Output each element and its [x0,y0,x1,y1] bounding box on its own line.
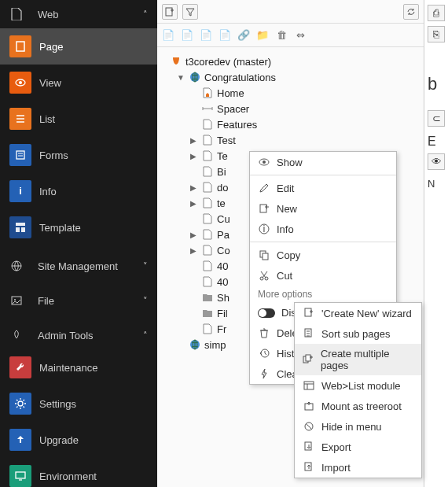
sidebar-item-label: View [39,77,148,89]
tree-toggle[interactable]: ▼ [176,73,185,82]
cropped-text: N [428,178,445,190]
export-icon [303,441,315,453]
list-icon [9,108,31,130]
spacer-icon [201,102,214,115]
tree-toggle[interactable]: ▶ [189,183,198,192]
eye-icon [258,156,270,168]
sidebar-item-list[interactable]: List [0,101,157,137]
tree-toggle[interactable]: ▶ [189,136,198,145]
context-menu-item[interactable]: Create multiple pages [295,344,421,375]
cropped-button[interactable]: ⊂ [428,110,445,127]
page-icon [201,165,214,178]
page-icon [201,149,214,162]
sidebar-group-file[interactable]: File ˅ [0,286,157,315]
context-menu-item[interactable]: Hide in menu [295,416,421,437]
tree-label: Home [217,87,244,99]
page-icon [201,212,214,225]
trash-icon[interactable]: 🗑 [275,29,288,42]
cropped-button[interactable]: ⎘ [428,26,445,42]
context-menu-item[interactable]: iInfo [250,219,396,239]
svg-point-10 [14,299,16,301]
tree-node[interactable]: Spacer [167,101,420,116]
folder-icon [201,291,214,304]
sidebar-group-label: Web [38,9,143,20]
context-menu-item[interactable]: Mount as treeroot [295,396,421,416]
sidebar-group-web[interactable]: Web ˄ [0,0,157,28]
tree-toggle[interactable]: ▶ [189,199,198,208]
tree-toggle[interactable]: ▶ [189,152,198,160]
forms-icon [9,144,31,166]
context-menu-item[interactable]: Web>List module [295,375,421,396]
sidebar-item-label: Settings [39,398,148,410]
tree-node[interactable]: Home [167,85,420,101]
module-sidebar: Web ˄ Page View List Forms i Info Templa… [0,0,157,487]
context-menu-item[interactable]: Cut [250,265,396,286]
tree-node[interactable]: Features [167,116,420,132]
context-menu-item[interactable]: Copy [250,245,396,265]
sidebar-item-environment[interactable]: Environment [0,458,157,487]
sidebar-item-info[interactable]: i Info [0,173,157,209]
sidebar-item-maintenance[interactable]: Maintenance [0,349,157,386]
context-menu-item[interactable]: Export [295,437,421,457]
svg-rect-31 [306,355,310,361]
cut-icon [258,269,270,282]
tree-toolbar [157,0,424,24]
doc-icon[interactable]: 📄 [162,29,174,42]
doc-link-icon[interactable]: 📄 [200,29,212,42]
svg-point-11 [18,401,23,406]
sidebar-group-site-management[interactable]: Site Management ˅ [0,252,157,280]
new-page-button[interactable] [162,4,178,20]
tree-node[interactable]: ▶Test [167,132,420,148]
list-icon [303,379,315,392]
image-icon [9,293,24,308]
sidebar-item-template[interactable]: Template [0,209,157,245]
sidebar-item-upgrade[interactable]: Upgrade [0,422,157,458]
svg-rect-20 [260,205,266,212]
filter-button[interactable] [182,4,198,20]
refresh-button[interactable] [403,4,419,20]
trash-icon [258,327,270,339]
link-icon[interactable]: 🔗 [237,29,250,42]
info-icon: i [9,180,31,202]
folder-icon [201,307,214,319]
context-menu-item[interactable]: New [250,198,396,219]
page-icon [201,228,214,241]
tree-toggle[interactable]: ▶ [189,231,198,239]
doc-new-icon[interactable]: 📄 [218,29,231,42]
sidebar-item-settings[interactable]: Settings [0,386,157,422]
tree-label: t3coredev (master) [185,56,271,68]
divider-icon[interactable]: ⇔ [294,29,307,42]
svg-text:i: i [263,223,266,234]
tree-node[interactable]: ▼Congratulations [167,69,420,85]
context-menu-label: Import [321,462,351,474]
context-menu-item[interactable]: Show [250,152,396,172]
tree-root[interactable]: t3coredev (master) [167,53,420,69]
context-menu-item[interactable]: 'Create New' wizard [295,303,421,323]
tree-label: te [217,197,226,209]
context-menu-label: Cut [277,270,292,282]
cropped-button[interactable]: ⎙ [428,5,445,21]
hide-icon [303,420,315,433]
context-menu-label: Hide in menu [321,421,382,433]
context-menu-item[interactable]: Edit [250,178,396,198]
cropped-button[interactable]: 👁 [428,153,445,170]
tree-label: 40 [217,260,228,272]
tree-toggle[interactable]: ▶ [189,246,198,255]
globe-icon [189,71,201,83]
monitor-icon [9,465,31,487]
sidebar-group-admin-tools[interactable]: Admin Tools ˄ [0,321,157,349]
context-menu-item[interactable]: Import [295,457,421,478]
context-menu-item[interactable]: Sort sub pages [295,323,421,344]
sidebar-item-label: Page [39,41,148,53]
page-home-icon [201,87,214,99]
tree-label: Te [217,150,228,162]
sidebar-item-forms[interactable]: Forms [0,137,157,173]
chevron-up-icon: ˄ [143,330,148,341]
context-submenu: 'Create New' wizardSort sub pagesCreate … [294,302,422,478]
doc-shortcut-icon[interactable]: 📄 [181,29,193,42]
folder-icon[interactable]: 📁 [256,29,269,42]
wiz-icon [303,307,315,319]
context-menu-label: Web>List module [321,380,401,392]
sidebar-item-view[interactable]: View [0,65,157,101]
sidebar-item-page[interactable]: Page [0,28,157,65]
